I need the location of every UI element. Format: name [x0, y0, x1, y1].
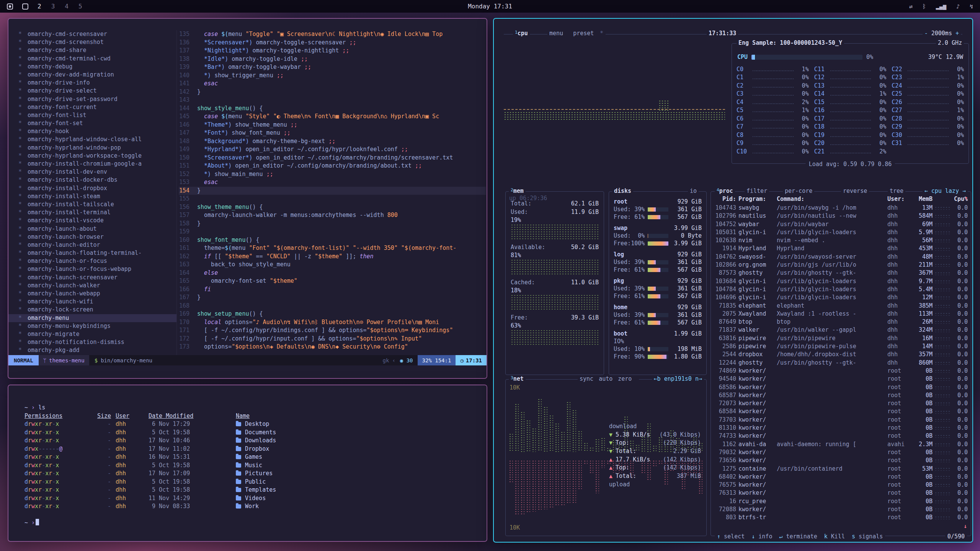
process-row[interactable]: 102638nvimnvim --embed .dhh56M0.0: [711, 236, 971, 245]
tree-item[interactable]: *omarchy-hyprland-workspace-toggle: [8, 152, 176, 160]
process-row[interactable]: 102866org.gnom/usr/bin/gjs /usr/lib/odhh…: [711, 261, 971, 269]
process-row[interactable]: 2586pipewire/usr/bin/pipewire-pulsedhh14…: [711, 342, 971, 350]
btop-window[interactable]: 1cpu menupreset * 17:31:33 - 2000ms + up…: [493, 18, 973, 543]
process-row[interactable]: 104743swaybg/usr/bin/swaybg -i /homdhh13…: [711, 204, 971, 212]
tree-item[interactable]: *omarchy-cmd-screenshot: [8, 38, 176, 46]
scroll-down-indicator[interactable]: ↓: [964, 523, 967, 530]
tree-item[interactable]: *omarchy-drive-select: [8, 87, 176, 95]
tree-item[interactable]: *omarchy-lock-screen: [8, 306, 176, 314]
tray-icon-bluetooth[interactable]: ᛒ: [923, 3, 926, 10]
tray-icon-volume[interactable]: ♪: [956, 3, 960, 10]
tree-item[interactable]: *omarchy-notification-dismiss: [8, 338, 176, 346]
tree-item[interactable]: *omarchy-install-terminal: [8, 209, 176, 217]
process-row[interactable]: 94540kworker/root0B0.0: [711, 375, 971, 383]
tree-item[interactable]: *omarchy-launch-or-focus-webapp: [8, 265, 176, 273]
process-row[interactable]: 63816pipewire/usr/bin/pipewiredhh16M0.0: [711, 334, 971, 342]
tree-item[interactable]: *omarchy-font-set: [8, 119, 176, 127]
tray-icon-screencast[interactable]: ⇄: [909, 3, 913, 10]
tree-item[interactable]: *omarchy-debug: [8, 63, 176, 71]
tree-item[interactable]: *omarchy-cmd-terminal-cwd: [8, 55, 176, 63]
tree-item[interactable]: *omarchy-launch-wifi: [8, 298, 176, 306]
process-row[interactable]: 1275containe/usr/bin/containerdroot53M0.…: [711, 465, 971, 473]
tray-icon-network[interactable]: ▂▄▆: [936, 3, 946, 10]
net-interface[interactable]: ←b enp191s0 n→: [652, 375, 704, 382]
btop-button-preset[interactable]: preset: [573, 30, 594, 37]
tree-item[interactable]: *omarchy-cmd-screensaver: [8, 30, 176, 38]
proc-reverse-button[interactable]: reverse: [841, 187, 869, 194]
code-editor[interactable]: 135 case $(menu "Toggle" "▣ Screensaver\…: [179, 30, 486, 354]
interval-plus-button[interactable]: +: [956, 30, 959, 37]
tree-item[interactable]: *omarchy-cmd-share: [8, 46, 176, 54]
net-button-auto[interactable]: auto: [599, 375, 612, 382]
process-row[interactable]: 73656kworker/root0B0.0: [711, 456, 971, 465]
process-row[interactable]: 16rcu_preeroot0B0.0: [711, 497, 971, 505]
process-row[interactable]: 105031glycin-i/usr/lib/glycin-loadersdhh…: [711, 228, 971, 236]
process-row[interactable]: 2544dropbox/home/dhh/.dropbox-distdhh357…: [711, 350, 971, 359]
tree-item[interactable]: *omarchy-install-vscode: [8, 217, 176, 225]
tree-item[interactable]: *omarchy-install-chromium-google-a: [8, 160, 176, 168]
process-row[interactable]: 87649btopbtopdhh26M0.0: [711, 318, 971, 326]
process-row[interactable]: 12244ghostty/usr/bin/ghostty --gtk-dhh86…: [711, 359, 971, 367]
terminal-window[interactable]: ~ › lsPermissionsSizeUserDate ModifiedNa…: [8, 385, 487, 542]
proc-footer-select[interactable]: ↑ select: [717, 533, 745, 540]
proc-filter-button[interactable]: filter: [745, 187, 769, 194]
tree-item[interactable]: *omarchy-install-docker-dbs: [8, 176, 176, 184]
tree-item[interactable]: *omarchy-migrate: [8, 330, 176, 338]
process-row[interactable]: 79032kworker/root0B0.0: [711, 448, 971, 456]
process-row[interactable]: 81310kworker/root0B0.0: [711, 424, 971, 432]
terminal-prompt-line[interactable]: ~ ›: [24, 519, 487, 527]
process-row[interactable]: 1914HyprlandHyprlanddhh453M0.0: [711, 245, 971, 253]
proc-footer-Kill[interactable]: k Kill: [824, 533, 845, 540]
process-row[interactable]: 68586kworker/root0B0.0: [711, 383, 971, 391]
process-row[interactable]: 104696glycin-i/usr/lib/glycin-loadersdhh…: [711, 293, 971, 302]
tree-item[interactable]: *omarchy-launch-screensaver: [8, 274, 176, 282]
process-row[interactable]: 72073kworker/root0B0.0: [711, 399, 971, 408]
btop-button-menu[interactable]: menu: [549, 30, 563, 37]
tree-item[interactable]: *omarchy-menu-keybindings: [8, 322, 176, 330]
interval-minus-button[interactable]: -: [924, 30, 928, 37]
tree-item[interactable]: *omarchy-drive-set-password: [8, 95, 176, 103]
process-row[interactable]: 71835elephantelephantdhh385M0.0: [711, 302, 971, 310]
process-row[interactable]: 73703kworker/root0B0.0: [711, 416, 971, 424]
process-row[interactable]: 72088kworker/root0B0.0: [711, 505, 971, 514]
process-row[interactable]: 102796nautilus/usr/bin/nautilus --newdhh…: [711, 212, 971, 220]
tray-icon-power[interactable]: ↯: [970, 3, 973, 10]
process-row[interactable]: 2075XwaylandXwayland :1 -rootless -dhh11…: [711, 310, 971, 318]
proc-footer-info[interactable]: ↓ info: [751, 533, 772, 540]
tree-item[interactable]: *omarchy-install-tailscale: [8, 201, 176, 209]
process-row[interactable]: 104752waybar/usr/bin/waybardhh69M0.0: [711, 220, 971, 228]
tree-item[interactable]: *omarchy-font-list: [8, 111, 176, 119]
tree-item[interactable]: *omarchy-hook: [8, 127, 176, 135]
tree-item[interactable]: *omarchy-dev-add-migration: [8, 71, 176, 79]
tree-item[interactable]: *omarchy-hyprland-window-pop: [8, 144, 176, 152]
process-row[interactable]: 1162avahi-daavahi-daemon: running [avahi…: [711, 440, 971, 448]
process-row[interactable]: 87573ghostty/usr/bin/ghostty --gtk-dhh36…: [711, 269, 971, 277]
tree-item[interactable]: *omarchy-launch-editor: [8, 241, 176, 249]
net-button-sync[interactable]: sync: [580, 375, 593, 382]
process-row[interactable]: 76575kworker/root0B0.0: [711, 481, 971, 489]
process-row[interactable]: 76313kworker/root0B0.0: [711, 489, 971, 497]
process-row[interactable]: 104784glycin-i/usr/lib/glycin-loadersdhh…: [711, 285, 971, 293]
scroll-up-indicator[interactable]: ↑: [964, 195, 968, 202]
tree-item[interactable]: *omarchy-launch-walker: [8, 282, 176, 290]
process-row[interactable]: 68402kworker/root0B0.0: [711, 473, 971, 481]
tree-item[interactable]: *omarchy-menu: [8, 314, 176, 322]
io-toggle[interactable]: io: [688, 187, 699, 194]
net-button-zero[interactable]: zero: [618, 375, 632, 382]
tree-item[interactable]: *omarchy-font-current: [8, 103, 176, 111]
tree-item[interactable]: *omarchy-install-dropbox: [8, 184, 176, 192]
tree-item[interactable]: *omarchy-launch-floating-terminal-: [8, 249, 176, 257]
tree-item[interactable]: *omarchy-launch-or-focus: [8, 257, 176, 265]
process-row[interactable]: 68584kworker/root0B0.0: [711, 408, 971, 416]
proc-sort-mode[interactable]: ← cpu lazy →: [923, 187, 968, 194]
tree-item[interactable]: *omarchy-launch-browser: [8, 233, 176, 241]
process-row[interactable]: 803btrfs-trroot0B0.0: [711, 514, 971, 522]
process-row[interactable]: 68587kworker/root0B0.0: [711, 391, 971, 399]
proc-tree-button[interactable]: tree: [888, 187, 905, 194]
process-row[interactable]: 74733kworker/root0B0.0: [711, 432, 971, 440]
proc-percore-button[interactable]: per-core: [783, 187, 814, 194]
tree-item[interactable]: *omarchy-hyprland-window-close-all: [8, 135, 176, 143]
process-row[interactable]: 104762swayosd-/usr/bin/swayosd-serverdhh…: [711, 253, 971, 261]
tree-item[interactable]: *omarchy-drive-info: [8, 79, 176, 87]
process-row[interactable]: 74869kworker/root0B0.0: [711, 367, 971, 375]
